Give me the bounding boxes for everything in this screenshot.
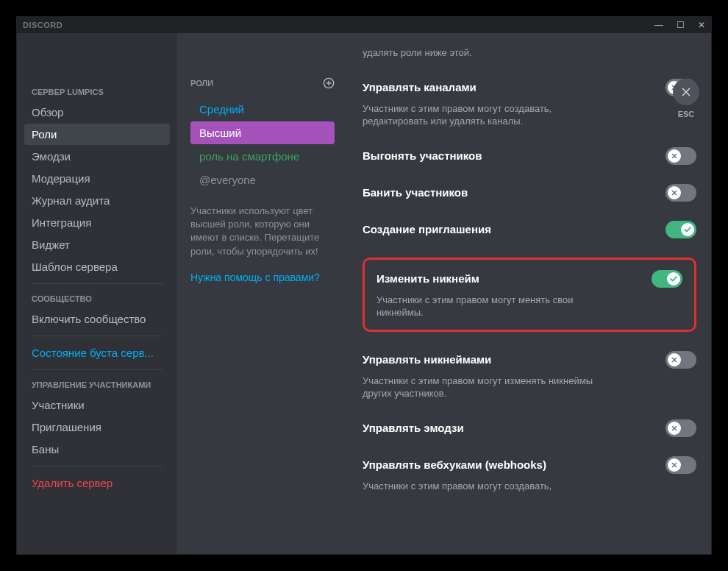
sidebar-item[interactable]: Баны xyxy=(24,439,170,460)
permission-description: Участники с этим правом могут менять сво… xyxy=(377,294,612,319)
permission-row: Управлять эмодзи xyxy=(363,419,696,437)
maximize-button[interactable]: ☐ xyxy=(677,20,685,30)
permission-title: Выгонять участников xyxy=(363,149,482,162)
divider xyxy=(32,466,163,467)
minimize-button[interactable]: — xyxy=(654,20,663,30)
role-item[interactable]: @everyone xyxy=(190,169,335,191)
permission-row: Управлять каналами xyxy=(363,79,696,96)
highlighted-permission: Изменить никнеймУчастники с этим правом … xyxy=(363,258,696,332)
role-item[interactable]: Средний xyxy=(190,98,335,121)
sidebar-header-server: СЕРВЕР LUMPICS xyxy=(24,83,170,101)
permission-block: Управлять эмодзи xyxy=(363,419,696,437)
permission-description: удалять роли ниже этой. xyxy=(363,46,598,60)
sidebar-item[interactable]: Участники xyxy=(24,394,170,416)
roles-help-link[interactable]: Нужна помощь с правами? xyxy=(190,272,335,283)
sidebar-item[interactable]: Обзор xyxy=(24,102,170,123)
permission-block: Создание приглашения xyxy=(363,221,696,238)
sidebar-item[interactable]: Шаблон сервера xyxy=(24,256,170,277)
sidebar-header-community: СООБЩЕСТВО xyxy=(24,290,170,308)
permission-title: Управлять вебхуками (webhooks) xyxy=(363,458,546,471)
divider xyxy=(32,369,163,370)
permission-toggle[interactable] xyxy=(652,270,682,288)
permission-toggle[interactable] xyxy=(665,147,696,165)
permission-row: Выгонять участников xyxy=(363,147,696,165)
sidebar-header-management: УПРАВЛЕНИЕ УЧАСТНИКАМИ xyxy=(24,376,170,394)
permission-row: Создание приглашения xyxy=(363,221,696,238)
permission-toggle[interactable] xyxy=(665,456,696,474)
permission-block: Управлять каналамиУчастники с этим право… xyxy=(363,79,696,128)
sidebar-item[interactable]: Журнал аудита xyxy=(24,190,170,211)
permission-row: Управлять вебхуками (webhooks) xyxy=(363,456,696,474)
permission-title: Создание приглашения xyxy=(363,223,491,235)
divider xyxy=(32,283,163,284)
check-icon xyxy=(681,223,694,236)
permission-row: Банить участников xyxy=(363,184,696,202)
permission-description: Участники с этим правом могут создавать, xyxy=(363,480,598,493)
add-role-icon[interactable] xyxy=(323,77,335,89)
permission-toggle[interactable] xyxy=(665,419,696,437)
permission-title: Управлять эмодзи xyxy=(363,422,464,434)
app-title: DISCORD xyxy=(23,21,63,29)
sidebar-item[interactable]: Модерация xyxy=(24,168,170,189)
permission-block: Управлять вебхуками (webhooks)Участники … xyxy=(363,456,696,493)
permissions-column: удалять роли ниже этой.Управлять каналам… xyxy=(348,33,711,554)
sidebar-item-boost[interactable]: Состояние буста серв... xyxy=(24,342,170,363)
permission-row: Управлять никнеймами xyxy=(363,351,696,369)
close-icon xyxy=(673,79,699,105)
roles-column: РОЛИ СреднийВысшийроль на смартфоне@ever… xyxy=(177,33,348,554)
permission-block: Банить участников xyxy=(363,184,696,202)
permission-block: Выгонять участников xyxy=(363,147,696,165)
roles-hint: Участники используют цвет высшей роли, к… xyxy=(190,205,335,258)
check-icon xyxy=(667,272,680,286)
divider xyxy=(32,336,163,336)
sidebar-item[interactable]: Роли xyxy=(24,124,170,145)
role-item[interactable]: Высший xyxy=(190,121,335,144)
close-settings-button[interactable]: ESC xyxy=(673,79,699,118)
x-icon xyxy=(668,422,681,435)
x-icon xyxy=(668,353,681,366)
permission-row: Изменить никнейм xyxy=(377,270,682,288)
permission-description: Участники с этим правом могут изменять н… xyxy=(363,375,598,400)
roles-header-label: РОЛИ xyxy=(190,79,213,88)
permission-block: Управлять никнеймамиУчастники с этим пра… xyxy=(363,351,696,400)
esc-label: ESC xyxy=(678,110,695,118)
permission-description: Участники с этим правом могут создавать,… xyxy=(363,102,598,128)
permission-title: Банить участников xyxy=(363,186,468,199)
roles-header: РОЛИ xyxy=(190,77,335,89)
permission-block: удалять роли ниже этой. xyxy=(363,46,696,60)
sidebar-item[interactable]: Эмодзи xyxy=(24,146,170,167)
permission-title: Управлять каналами xyxy=(363,81,477,93)
permission-title: Управлять никнеймами xyxy=(363,353,491,366)
close-button[interactable]: ✕ xyxy=(698,20,705,30)
permission-toggle[interactable] xyxy=(665,351,696,369)
titlebar: DISCORD — ☐ ✕ xyxy=(17,17,711,33)
x-icon xyxy=(668,149,681,163)
sidebar-item-delete-server[interactable]: Удалить сервер xyxy=(24,472,170,494)
permission-title: Изменить никнейм xyxy=(377,272,479,285)
sidebar-item[interactable]: Виджет xyxy=(24,234,170,255)
role-item[interactable]: роль на смартфоне xyxy=(190,145,335,168)
permission-toggle[interactable] xyxy=(665,184,696,202)
window-controls: — ☐ ✕ xyxy=(654,20,705,30)
sidebar-item[interactable]: Приглашения xyxy=(24,416,170,438)
sidebar-item[interactable]: Включить сообщество xyxy=(24,308,170,330)
sidebar-item[interactable]: Интеграция xyxy=(24,212,170,233)
x-icon xyxy=(668,186,681,199)
settings-sidebar: СЕРВЕР LUMPICS ОбзорРолиЭмодзиМодерацияЖ… xyxy=(17,33,177,554)
x-icon xyxy=(668,458,681,472)
permission-toggle[interactable] xyxy=(665,221,696,238)
